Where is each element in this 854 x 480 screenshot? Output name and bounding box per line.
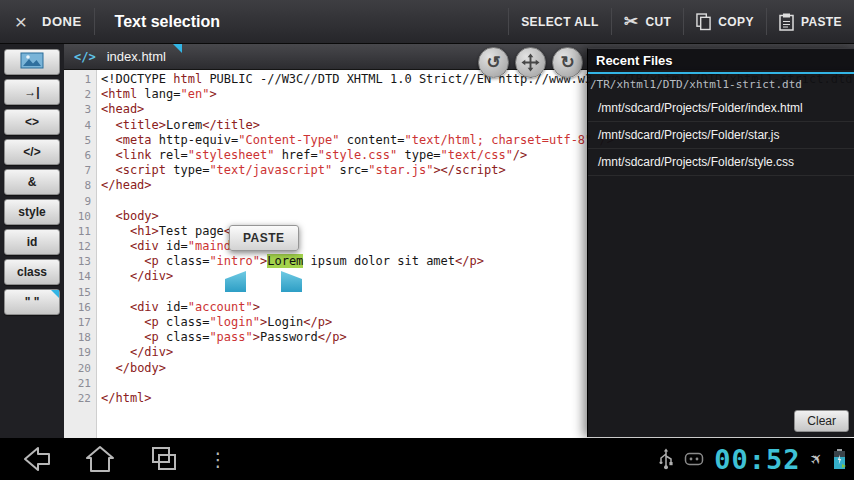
line-number: 2 [64, 87, 91, 102]
line-number: 11 [64, 224, 91, 239]
nav-buttons: ⋮ [0, 441, 228, 477]
floating-toolbar: ↺ ↻ [478, 47, 583, 78]
line-number: 16 [64, 300, 91, 315]
separator [94, 8, 95, 35]
redo-button[interactable]: ↻ [552, 47, 583, 78]
line-number: 15 [64, 285, 91, 300]
line-number: 10 [64, 209, 91, 224]
usb-icon [658, 448, 674, 470]
home-button[interactable] [80, 441, 120, 477]
line-number: 22 [64, 391, 91, 406]
line-number: 13 [64, 254, 91, 269]
recent-files-title: Recent Files [588, 49, 854, 74]
line-number: 20 [64, 361, 91, 376]
page-title: Text selection [115, 13, 221, 31]
sidebar-button-class[interactable]: class [4, 259, 60, 285]
sidebar-button-id[interactable]: id [4, 229, 60, 255]
recent-file-item[interactable]: /mnt/sdcard/Projects/Folder/style.css [588, 149, 854, 176]
recent-files-panel: Recent Files /TR/xhtml1/DTD/xhtml1-stric… [587, 48, 854, 437]
select-all-button[interactable]: SELECT ALL [509, 0, 611, 43]
line-number: 5 [64, 133, 91, 148]
undo-button[interactable]: ↺ [478, 47, 509, 78]
copy-icon [696, 13, 711, 31]
sidebar-button-tag-brackets[interactable]: <> [4, 109, 60, 135]
airplane-mode-icon: ✈ [806, 448, 828, 470]
code-showthrough-text: /TR/xhtml1/DTD/xhtml1-strict.dtd [590, 78, 854, 91]
paste-button[interactable]: PASTE [767, 0, 854, 43]
sidebar-button-tab-key[interactable]: →| [4, 79, 60, 105]
close-icon[interactable]: × [0, 0, 42, 44]
back-icon [19, 444, 53, 474]
clear-button[interactable]: Clear [794, 410, 849, 432]
line-number: 7 [64, 163, 91, 178]
recent-file-item[interactable]: /mnt/sdcard/Projects/Folder/star.js [588, 122, 854, 149]
snippet-sidebar: →|<></>&styleidclass" " [0, 44, 64, 438]
done-button[interactable]: DONE [42, 14, 82, 29]
home-icon [83, 444, 117, 474]
code-icon: </> [74, 50, 96, 64]
line-number: 12 [64, 239, 91, 254]
back-button[interactable] [16, 441, 56, 477]
line-number: 1 [64, 72, 91, 87]
file-tab[interactable]: index.html [105, 44, 182, 69]
sidebar-button-closing-tag[interactable]: </> [4, 139, 60, 165]
recents-icon [147, 444, 181, 474]
action-bar: × DONE Text selection SELECT ALL✂CUTCOPY… [0, 0, 854, 44]
paste-popup-button[interactable]: PASTE [229, 225, 299, 251]
line-number: 14 [64, 269, 91, 284]
action-group: SELECT ALL✂CUTCOPYPASTE [508, 0, 854, 43]
battery-icon [833, 449, 846, 470]
select-all-label: SELECT ALL [521, 15, 599, 29]
line-number: 9 [64, 194, 91, 209]
undo-icon: ↺ [486, 52, 500, 73]
redo-icon: ↻ [560, 52, 574, 73]
copy-button[interactable]: COPY [684, 0, 766, 43]
modified-marker-icon [173, 44, 182, 53]
cut-button[interactable]: ✂CUT [612, 0, 684, 43]
line-number: 17 [64, 315, 91, 330]
cut-label: CUT [645, 15, 671, 29]
recent-file-item[interactable]: /mnt/sdcard/Projects/Folder/index.html [588, 95, 854, 122]
sidebar-button-quotes[interactable]: " " [4, 289, 60, 315]
line-number: 3 [64, 102, 91, 117]
line-number: 6 [64, 148, 91, 163]
line-number: 21 [64, 376, 91, 391]
line-number: 19 [64, 345, 91, 360]
sidebar-button-ampersand[interactable]: & [4, 169, 60, 195]
system-bar: ⋮ 00:52 ✈ [0, 438, 854, 480]
usb-debug-icon [684, 452, 704, 466]
paste-label: PASTE [801, 15, 842, 29]
line-number-gutter: 12345678910111213141516171819202122 [64, 70, 97, 438]
clock[interactable]: 00:52 [714, 446, 800, 473]
corner-marker-icon [51, 290, 59, 298]
move-icon [521, 53, 540, 72]
overflow-menu-button[interactable]: ⋮ [208, 448, 228, 471]
status-cluster: 00:52 ✈ [658, 446, 854, 473]
file-tab-label: index.html [107, 49, 166, 64]
recents-button[interactable] [144, 441, 184, 477]
move-button[interactable] [515, 47, 546, 78]
image-icon [20, 52, 44, 72]
copy-label: COPY [718, 15, 754, 29]
paste-icon [779, 13, 794, 31]
line-number: 18 [64, 330, 91, 345]
line-number: 8 [64, 178, 91, 193]
line-number: 4 [64, 118, 91, 133]
scissors-icon: ✂ [624, 11, 639, 32]
sidebar-button-style[interactable]: style [4, 199, 60, 225]
sidebar-button-image-tool[interactable] [4, 49, 60, 75]
recent-files-list: /mnt/sdcard/Projects/Folder/index.html/m… [588, 95, 854, 176]
